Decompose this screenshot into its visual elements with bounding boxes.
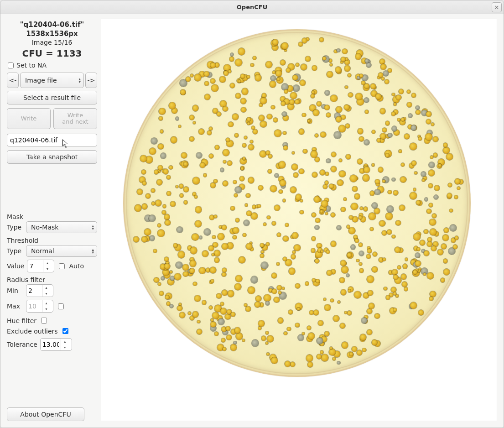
colony-marker <box>427 272 434 280</box>
colony-marker <box>424 230 428 234</box>
about-button[interactable]: About OpenCFU <box>7 407 84 421</box>
set-to-na-checkbox[interactable] <box>8 63 14 68</box>
colony-marker <box>183 162 188 167</box>
colony-marker <box>407 90 410 94</box>
colony-marker <box>364 98 369 103</box>
colony-marker <box>350 175 357 182</box>
spin-down-icon[interactable]: ▾ <box>42 291 50 297</box>
select-result-file-button[interactable]: Select a result file <box>7 91 97 104</box>
colony-marker <box>272 289 277 294</box>
colony-marker <box>355 239 359 243</box>
prev-image-button[interactable]: <- <box>7 73 19 88</box>
colony-marker <box>315 134 318 137</box>
colony-marker <box>382 230 387 235</box>
colony-marker <box>135 204 141 211</box>
colony-marker <box>383 71 389 76</box>
radius-min-spinner[interactable]: ▴▾ <box>26 284 53 297</box>
colony-marker <box>324 105 329 110</box>
colony-marker <box>222 243 228 250</box>
colony-marker <box>292 151 295 154</box>
colony-marker <box>217 112 221 116</box>
colony-marker <box>208 245 214 251</box>
colony-marker <box>420 240 425 245</box>
tolerance-spinner[interactable]: ▴▾ <box>40 338 72 351</box>
colony-marker <box>443 259 448 263</box>
colony-marker <box>360 207 363 210</box>
colony-marker <box>425 133 432 141</box>
colony-marker <box>235 275 242 282</box>
colony-marker <box>401 274 407 280</box>
colony-marker <box>326 250 330 254</box>
colony-marker <box>265 61 272 68</box>
mask-type-combo[interactable]: No-Mask ▴▾ <box>26 221 97 233</box>
colony-marker <box>271 105 275 109</box>
spin-up-icon[interactable]: ▴ <box>61 339 69 344</box>
colony-marker <box>170 304 174 308</box>
colony-marker <box>189 136 194 141</box>
colony-marker <box>226 326 230 331</box>
radius-min-input[interactable] <box>26 286 42 295</box>
spin-down-icon[interactable]: ▾ <box>43 266 51 272</box>
threshold-auto-checkbox[interactable] <box>59 263 65 269</box>
colony-marker <box>238 80 241 83</box>
colony-marker <box>145 193 151 198</box>
write-button[interactable]: Write <box>7 108 51 129</box>
colony-marker <box>367 276 374 283</box>
close-button[interactable]: ✕ <box>492 2 502 12</box>
colony-marker <box>302 332 305 335</box>
colony-marker <box>428 170 435 176</box>
colony-marker <box>197 329 202 334</box>
colony-marker <box>240 98 247 104</box>
colony-marker <box>417 247 421 251</box>
colony-marker <box>248 144 254 150</box>
write-and-next-button[interactable]: Write and next <box>53 108 97 129</box>
hue-filter-checkbox[interactable] <box>41 318 47 324</box>
colony-marker <box>133 236 139 242</box>
colony-marker <box>317 101 322 106</box>
exclude-outliers-checkbox[interactable] <box>62 328 68 334</box>
colony-marker <box>369 303 374 308</box>
radius-max-enable-checkbox[interactable] <box>58 303 64 309</box>
colony-marker <box>250 140 253 143</box>
colony-marker <box>301 64 307 71</box>
image-file-combo[interactable]: Image file ▴▾ <box>20 73 84 88</box>
threshold-value-input[interactable] <box>27 261 43 271</box>
colony-marker <box>359 251 364 256</box>
colony-marker <box>391 112 395 115</box>
colony-marker <box>432 214 436 218</box>
colony-marker <box>374 313 380 319</box>
colony-marker <box>341 57 346 62</box>
colony-marker <box>149 148 156 155</box>
colony-marker <box>359 243 363 247</box>
colony-marker <box>347 225 350 228</box>
colony-marker <box>176 262 182 268</box>
take-snapshot-button[interactable]: Take a snapshot <box>7 150 97 164</box>
tolerance-input[interactable] <box>41 340 61 349</box>
colony-marker <box>339 171 345 177</box>
colony-marker <box>385 153 390 157</box>
colony-marker <box>234 327 241 334</box>
filename-field[interactable] <box>7 134 97 146</box>
colony-marker <box>144 229 151 235</box>
colony-marker <box>381 77 384 80</box>
threshold-value-spinner[interactable]: ▴▾ <box>27 260 54 272</box>
colony-marker <box>257 204 260 208</box>
spin-down-icon[interactable]: ▾ <box>61 344 69 350</box>
colony-marker <box>340 260 346 266</box>
spin-up-icon[interactable]: ▴ <box>43 260 51 266</box>
colony-marker <box>271 357 278 364</box>
spin-up-icon[interactable]: ▴ <box>42 285 50 291</box>
mask-type-value: No-Mask <box>31 224 58 231</box>
image-viewer[interactable] <box>101 19 497 421</box>
colony-marker <box>233 235 237 240</box>
colony-marker <box>209 215 214 220</box>
colony-marker <box>331 213 335 217</box>
next-image-button[interactable]: -> <box>85 73 97 88</box>
threshold-type-combo[interactable]: Normal ▴▾ <box>26 245 97 257</box>
colony-marker <box>393 190 398 195</box>
colony-marker <box>203 173 207 177</box>
colony-marker <box>202 251 208 256</box>
colony-marker <box>221 338 225 342</box>
colony-marker <box>426 111 431 117</box>
colony-marker <box>370 227 374 231</box>
